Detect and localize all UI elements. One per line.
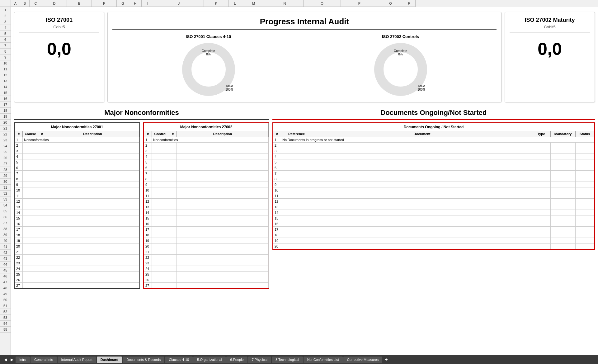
tab-5-organizational[interactable]: 5.Organizational xyxy=(193,357,226,363)
cell xyxy=(532,215,551,221)
cell xyxy=(532,199,551,204)
documents-title: Documents Ongoing/Not Started xyxy=(272,109,595,117)
cell xyxy=(532,210,551,215)
cell xyxy=(169,283,177,288)
cell xyxy=(312,176,532,182)
cell xyxy=(169,238,177,243)
cell: 14 xyxy=(144,210,152,215)
tab-corrective-measures[interactable]: Corrective Measures xyxy=(343,357,382,363)
cell xyxy=(177,199,269,204)
cell xyxy=(46,238,139,243)
tab-nonconformities-list[interactable]: NonConformities List xyxy=(304,357,343,363)
cell xyxy=(312,171,532,176)
cell xyxy=(169,199,177,204)
cell xyxy=(152,176,169,182)
table-row: 12 xyxy=(273,199,594,204)
cell: 19 xyxy=(15,238,23,243)
tab-7-physical[interactable]: 7.Physical xyxy=(248,357,271,363)
cell xyxy=(576,143,594,148)
add-tab-button[interactable]: + xyxy=(383,357,389,362)
cell xyxy=(38,227,46,232)
row-num-24: 24 xyxy=(0,143,11,149)
cell: 21 xyxy=(144,249,152,255)
row-num-6: 6 xyxy=(0,37,11,43)
cell xyxy=(281,199,312,204)
cell: 9 xyxy=(15,182,23,187)
cell xyxy=(281,143,312,148)
cell: 1 xyxy=(15,137,23,143)
nav-right-arrow[interactable]: ▶ xyxy=(9,357,15,362)
cell xyxy=(23,227,38,232)
cell xyxy=(551,193,576,199)
table-row: 4 xyxy=(15,154,139,159)
cell: 13 xyxy=(144,204,152,210)
table-row: 15 xyxy=(273,215,594,221)
cell xyxy=(532,221,551,227)
cell xyxy=(152,266,169,272)
col-header-p: P xyxy=(341,0,378,7)
table-row: 12 xyxy=(15,199,139,204)
cell xyxy=(46,148,139,154)
cell xyxy=(576,232,594,238)
tab-general-info[interactable]: General Info xyxy=(31,357,57,363)
cell xyxy=(281,210,312,215)
cell xyxy=(38,277,46,283)
table-row: 3 xyxy=(273,148,594,154)
cell: 1 xyxy=(273,137,281,143)
cell xyxy=(169,272,177,277)
tab-6-people[interactable]: 6.People xyxy=(226,357,247,363)
cell xyxy=(169,227,177,232)
row-num-15: 15 xyxy=(0,90,11,96)
nav-left-arrow[interactable]: ◀ xyxy=(2,357,8,362)
row-num-52: 52 xyxy=(0,309,11,315)
cell: 22 xyxy=(144,255,152,260)
table1-wrapper: Major Nonconformities 27001 # Clause # D… xyxy=(14,122,140,289)
cell xyxy=(46,232,139,238)
cell xyxy=(177,277,269,283)
cell xyxy=(46,221,139,227)
cell xyxy=(312,148,532,154)
cell xyxy=(38,255,46,260)
cell xyxy=(169,249,177,255)
cell xyxy=(46,283,139,288)
cell xyxy=(551,182,576,187)
col-header-d: D xyxy=(42,0,67,7)
tab-dashboard[interactable]: Dashboard xyxy=(97,357,122,363)
cell xyxy=(46,249,139,255)
table-row: 16 xyxy=(15,221,139,227)
tab-documents-records[interactable]: Documents & Records xyxy=(123,357,164,363)
table-row: 26 xyxy=(144,277,269,283)
cell: 8 xyxy=(15,176,23,182)
cell xyxy=(23,171,38,176)
cell: 26 xyxy=(144,277,152,283)
cell xyxy=(38,199,46,204)
col-header-h: H xyxy=(129,0,142,7)
chart2-complete-label: Complete 0% xyxy=(394,49,407,56)
col-header-f: F xyxy=(92,0,117,7)
col-header-j: J xyxy=(154,0,204,7)
table-row: 7 xyxy=(15,171,139,176)
cell xyxy=(281,154,312,159)
cell: 19 xyxy=(273,238,281,243)
cell xyxy=(551,204,576,210)
cell: 7 xyxy=(15,171,23,176)
cell xyxy=(38,204,46,210)
row-num-26: 26 xyxy=(0,155,11,161)
tab-intro[interactable]: Intro xyxy=(16,357,30,363)
table-row: 3 xyxy=(144,148,269,154)
tab-8-technological[interactable]: 8.Technological xyxy=(272,357,303,363)
cell xyxy=(551,143,576,148)
cell xyxy=(312,204,532,210)
table-row: 22 xyxy=(144,255,269,260)
cell xyxy=(532,143,551,148)
cell: 17 xyxy=(144,227,152,232)
row-num-20: 20 xyxy=(0,120,11,125)
documents-table-wrapper: Documents Ongoing / Not Started # Refere… xyxy=(272,122,595,250)
row-num-48: 48 xyxy=(0,285,11,291)
table-row: 2 xyxy=(15,143,139,148)
cell: 2 xyxy=(273,143,281,148)
tab-internal-audit-report[interactable]: Internal Audit Report xyxy=(58,357,96,363)
cell xyxy=(532,154,551,159)
table-row: 14 xyxy=(144,210,269,215)
tab-clauses-4-10[interactable]: Clauses 4-10 xyxy=(165,357,193,363)
